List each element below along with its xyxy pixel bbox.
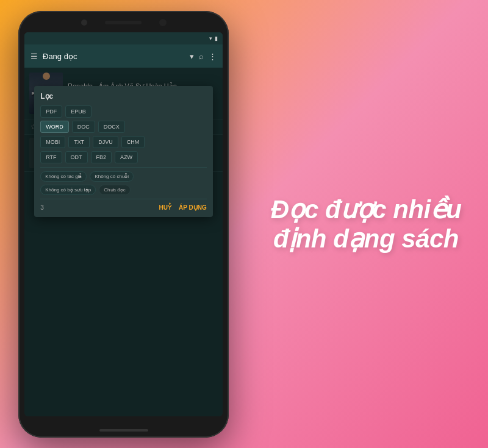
filter-btn-fb2[interactable]: FB2 bbox=[91, 151, 112, 163]
filter-tag-no-author[interactable]: Không có tác giả bbox=[40, 171, 87, 182]
home-indicator bbox=[99, 429, 148, 432]
phone-device: ▾ ▮ ☰ Đang đọc ▾ ⌕ ⋮ RONALDO Ronaldo - Á… bbox=[18, 11, 229, 438]
battery-status-icon: ▮ bbox=[215, 35, 218, 41]
filter-count: 3 bbox=[40, 204, 44, 211]
phone-notch bbox=[75, 17, 173, 28]
filter-box: Lọc PDF EPUB WORD DOC DOCX MOBI bbox=[34, 86, 213, 217]
filter-dialog-overlay: Lọc PDF EPUB WORD DOC DOCX MOBI bbox=[24, 68, 223, 416]
filter-tag-no-series[interactable]: Không có chuỗi bbox=[90, 171, 134, 182]
app-bar-title: Đang đọc bbox=[43, 52, 185, 61]
wifi-icon: ▾ bbox=[190, 52, 194, 61]
promo-text-block: Đọc được nhiều định dạng sách bbox=[262, 194, 470, 254]
filter-format-row2: WORD DOC DOCX bbox=[40, 121, 207, 133]
filter-divider bbox=[40, 167, 207, 168]
promo-heading-line2: định dạng sách bbox=[273, 224, 459, 253]
filter-tag-row1: Không có tác giả Không có chuỗi bbox=[40, 171, 207, 182]
filter-title: Lọc bbox=[40, 92, 207, 101]
filter-apply-button[interactable]: ÁP DỤNG bbox=[179, 204, 207, 211]
filter-btn-txt[interactable]: TXT bbox=[68, 136, 90, 148]
filter-format-row1: PDF EPUB bbox=[40, 105, 207, 118]
filter-btn-word[interactable]: WORD bbox=[40, 121, 69, 133]
filter-action-buttons: HUỶ ÁP DỤNG bbox=[159, 204, 207, 211]
filter-divider2 bbox=[40, 199, 207, 199]
filter-cancel-button[interactable]: HUỶ bbox=[159, 204, 171, 211]
search-icon[interactable]: ⌕ bbox=[199, 52, 204, 61]
filter-btn-odt[interactable]: ODT bbox=[65, 151, 88, 163]
menu-icon[interactable]: ☰ bbox=[30, 52, 38, 61]
filter-btn-pdf[interactable]: PDF bbox=[40, 105, 62, 118]
filter-tag-unread[interactable]: Chưa đọc bbox=[99, 185, 130, 195]
filter-tag-no-collection[interactable]: Không có bộ sưu tập bbox=[40, 185, 96, 195]
filter-btn-docx[interactable]: DOCX bbox=[98, 121, 125, 133]
filter-format-row4: RTF ODT FB2 AZW bbox=[40, 151, 207, 163]
filter-btn-mobi[interactable]: MOBI bbox=[40, 136, 65, 148]
camera-dot bbox=[81, 20, 87, 26]
wifi-status-icon: ▾ bbox=[209, 35, 212, 41]
filter-format-row3: MOBI TXT DJVU CHM bbox=[40, 136, 207, 148]
filter-btn-djvu[interactable]: DJVU bbox=[93, 136, 118, 148]
status-bar: ▾ ▮ bbox=[24, 32, 223, 44]
app-bar: ☰ Đang đọc ▾ ⌕ ⋮ bbox=[24, 44, 223, 68]
filter-btn-rtf[interactable]: RTF bbox=[40, 151, 62, 163]
front-camera bbox=[159, 19, 167, 26]
filter-btn-epub[interactable]: EPUB bbox=[65, 105, 92, 118]
filter-actions: 3 HUỶ ÁP DỤNG bbox=[40, 204, 207, 211]
filter-btn-azw[interactable]: AZW bbox=[115, 151, 138, 163]
phone-shell: ▾ ▮ ☰ Đang đọc ▾ ⌕ ⋮ RONALDO Ronaldo - Á… bbox=[18, 11, 229, 438]
more-icon[interactable]: ⋮ bbox=[209, 52, 217, 61]
filter-btn-doc[interactable]: DOC bbox=[72, 121, 95, 133]
promo-heading-line1: Đọc được nhiều bbox=[271, 194, 462, 223]
speaker-grill bbox=[105, 21, 142, 24]
phone-screen: ▾ ▮ ☰ Đang đọc ▾ ⌕ ⋮ RONALDO Ronaldo - Á… bbox=[24, 32, 223, 416]
promo-heading: Đọc được nhiều định dạng sách bbox=[262, 194, 470, 254]
filter-btn-chm[interactable]: CHM bbox=[121, 136, 145, 148]
filter-tag-row2: Không có bộ sưu tập Chưa đọc bbox=[40, 185, 207, 195]
